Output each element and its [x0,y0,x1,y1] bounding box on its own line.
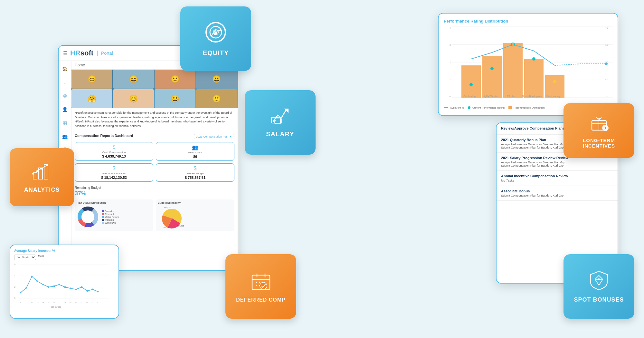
svg-point-49 [81,286,83,288]
svg-point-5 [81,210,94,223]
svg-text:Job Grade: Job Grade [51,306,62,308]
allotted-label: Allotted Budget [159,172,232,175]
svg-text:0: 0 [14,297,15,299]
task-title-4: Annual Incentive Compensation Review [501,174,613,178]
svg-text:17: 17 [58,302,61,304]
task-sub-3a: Assign Performance Ratings for Bauden, K… [501,161,613,164]
svg-text:6: 6 [14,263,15,266]
remaining-label: Remaining Budget [75,186,101,189]
svg-text:20: 20 [75,302,77,304]
svg-point-95 [256,282,257,283]
spot-tile[interactable]: SPOT BONUSES [564,254,634,319]
svg-text:4: 4 [14,275,15,277]
salary-tile[interactable]: $ SALARY [245,90,316,155]
svg-rect-17 [524,59,544,98]
svg-point-47 [70,288,71,289]
photo-face-6: 😊 [113,89,154,108]
y-axis-left: 43210 [444,27,451,98]
svg-point-82 [36,170,38,172]
perf-title: Performance Rating Distribution [444,19,612,24]
analytics-label: ANALYTICS [24,187,60,193]
headcount-icon: 👥 [159,144,232,150]
sidebar-chart-icon[interactable]: ▦ [61,118,70,127]
svg-text:22: 22 [86,302,88,304]
sidebar-home-icon[interactable]: 🏠 [61,64,70,73]
performance-card: Performance Rating Distribution 43210 70… [438,13,618,116]
sidebar-inbox-icon[interactable]: ↓ [61,78,70,87]
photo-face-3: 🙂 [155,70,195,89]
budget-breakdown-title: Budget Breakdown [158,201,232,204]
svg-point-96 [259,282,260,283]
salary-icon: $ [270,107,291,127]
deferred-tile[interactable]: DEFERRED COMP [225,254,296,319]
svg-point-50 [87,290,88,292]
svg-text:13: 13 [36,302,39,304]
photo-face-1: 😊 [71,70,112,89]
photo-face-5: 🤗 [71,89,112,108]
headcount-value: 86 [159,155,232,159]
analytics-tile[interactable]: ANALYTICS [10,148,74,206]
svg-point-44 [53,285,55,287]
svg-rect-14 [461,65,481,98]
allotted-value: $ 758,587.51 [159,176,232,179]
svg-point-51 [92,289,94,290]
equity-icon: $ [204,21,227,46]
photo-face-2: 😄 [113,70,154,89]
dashboard-title: Compensation Reports Dashboard [75,134,133,138]
legend-avg-merit: Avg Merit % [444,106,464,109]
legend-under-review: Under Review [102,216,119,218]
photo-face-8: 🙂 [196,89,237,108]
direct-value: $ 18,142,130.53 [78,176,150,179]
svg-point-38 [20,292,22,294]
remaining-budget: Remaining Budget 37% [75,184,234,197]
svg-text:75,919: 75,919 [163,227,169,228]
legend-submitted: Submitted [102,210,119,212]
salary-svg: 6 4 2 0 [14,262,111,309]
salary-chart-card: Average Salary Increase % Job Grade Meri… [10,245,119,319]
sidebar-target-icon[interactable]: ◎ [61,91,70,100]
svg-point-40 [31,276,33,277]
charts-row: Plan Status Distribution [75,199,234,231]
budget-pct: 37% [75,190,234,197]
svg-text:Needs Development: Needs Development [522,95,542,98]
svg-text:21: 21 [80,302,82,304]
equity-tile[interactable]: $ EQUITY [180,6,251,71]
hamburger-icon[interactable]: ☰ [63,50,68,56]
legend-planning: Planning [102,219,119,221]
spot-label: SPOT BONUSES [574,296,624,303]
svg-point-42 [43,284,44,285]
plan-selector[interactable]: 2021 Compensation Plan ▼ [194,134,235,139]
sidebar-team-icon[interactable]: 👥 [61,132,70,141]
task-no-tasks-4: No Tasks [501,179,613,182]
direct-icon: $ [78,166,150,171]
plan-status-chart: Plan Status Distribution [75,199,153,231]
perf-bars-svg: Outstanding Highly Effective Effective N… [452,27,613,98]
sidebar-user-icon[interactable]: 👤 [61,105,70,114]
dashboard-section: Compensation Reports Dashboard 2021 Comp… [71,131,238,234]
logo: HRsoft [70,49,93,57]
svg-text:137,636: 137,636 [177,225,184,227]
svg-text:11: 11 [25,302,28,304]
donut-wrapper: Submitted Rejected Under Review [77,206,151,228]
legend-recommended-dist: Recommended Distribution [508,106,545,109]
svg-point-43 [48,286,50,288]
svg-text:2: 2 [14,286,15,288]
legend-current-perf: Current Performance Rating [468,106,505,109]
svg-point-21 [511,43,515,46]
svg-point-99 [259,285,260,286]
deferred-label: DEFERRED COMP [236,297,285,303]
lti-label: LONG-TERMINCENTIVES [583,138,615,149]
job-grade-select[interactable]: Job Grade [14,255,36,260]
donut-svg [77,206,99,228]
legend-rejected: Rejected [102,213,119,215]
cash-value: $ 4,639,749.13 [78,154,150,158]
metrics-grid: $ Cash Compensation $ 4,639,749.13 👥 Hea… [75,142,234,182]
svg-rect-18 [545,75,564,98]
deferred-icon [251,270,271,294]
svg-point-22 [532,57,535,61]
svg-point-20 [490,67,494,70]
svg-rect-16 [503,43,523,98]
svg-text:★: ★ [604,126,607,130]
lti-tile[interactable]: ★ LONG-TERMINCENTIVES [564,103,634,158]
svg-text:10: 10 [20,302,22,304]
